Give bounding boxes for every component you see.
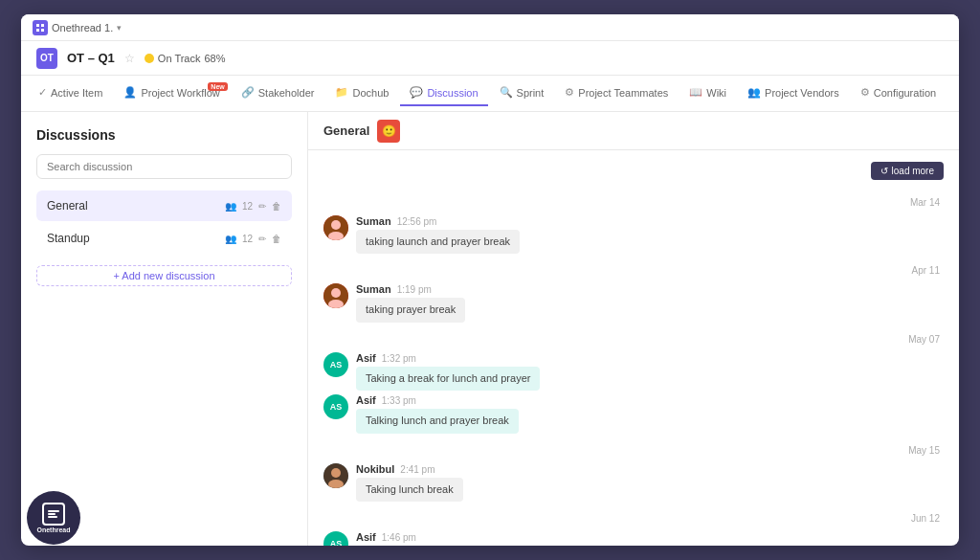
message-time: 2:41 pm: [400, 464, 434, 475]
svg-rect-2: [36, 29, 39, 32]
message-row: AS Asif 1:46 pm Taking lunch and prayer …: [323, 531, 944, 546]
message-author: Asif: [356, 352, 376, 364]
discussion-item-standup[interactable]: Standup 👥 12 ✏ 🗑: [36, 223, 292, 254]
date-separator-mar14: Mar 14: [323, 197, 944, 208]
message-author: Asif: [356, 394, 376, 406]
status-label: On Track: [158, 53, 201, 64]
tab-configuration[interactable]: ⚙ Configuration: [851, 80, 946, 106]
message-content: Asif 1:33 pm Talking lunch and prayer br…: [356, 394, 519, 433]
standup-member-icon: 👥: [225, 234, 236, 244]
svg-rect-0: [36, 24, 39, 27]
svg-rect-14: [48, 513, 56, 515]
message-row: Suman 1:19 pm taking prayer break: [323, 283, 944, 322]
message-time: 1:32 pm: [382, 353, 416, 364]
chat-channel-name: General: [323, 123, 369, 138]
chat-header: General 🙂: [308, 112, 959, 150]
message-content: Suman 1:19 pm taking prayer break: [356, 283, 465, 322]
tab-stakeholder[interactable]: 🔗 Stakeholder: [232, 80, 324, 106]
tab-stakeholder-label: Stakeholder: [258, 87, 315, 99]
message-header: Asif 1:33 pm: [356, 394, 519, 406]
workspace-name: Onethread 1.: [52, 22, 113, 34]
svg-point-8: [331, 288, 341, 298]
stakeholder-icon: 🔗: [241, 86, 255, 99]
svg-point-11: [331, 468, 341, 478]
message-header: Suman 1:19 pm: [356, 283, 465, 295]
message-time: 1:33 pm: [382, 395, 416, 406]
general-delete-icon[interactable]: 🗑: [272, 201, 281, 212]
new-badge: New: [208, 82, 227, 91]
message-row: AS Asif 1:32 pm Taking a break for lunch…: [323, 352, 944, 391]
svg-point-5: [331, 220, 341, 230]
standup-member-count: 12: [242, 234, 253, 244]
standup-delete-icon[interactable]: 🗑: [272, 234, 281, 244]
workspace-selector[interactable]: Onethread 1. ▾: [33, 20, 122, 35]
message-content: Nokibul 2:41 pm Taking lunch break: [356, 463, 463, 502]
tab-project-vendors[interactable]: 👥 Project Vendors: [738, 80, 849, 106]
message-bubble: taking prayer break: [356, 298, 465, 322]
svg-rect-13: [48, 510, 59, 512]
tab-wiki[interactable]: 📖 Wiki: [679, 80, 736, 106]
favorite-star-icon[interactable]: ☆: [124, 52, 135, 65]
tab-sprint[interactable]: 🔍 Sprint: [490, 80, 554, 106]
load-more-button[interactable]: ↺ load more: [871, 162, 944, 180]
message-time: 1:19 pm: [397, 284, 432, 295]
onethread-logo[interactable]: Onethread: [27, 491, 80, 545]
message-header: Nokibul 2:41 pm: [356, 463, 463, 475]
tab-discussion-label: Discussion: [427, 87, 478, 99]
discussion-icon: 💬: [410, 86, 423, 99]
project-badge: OT: [36, 48, 57, 69]
avatar: [323, 463, 348, 488]
general-edit-icon[interactable]: ✏: [258, 201, 266, 212]
date-separator-jun12: Jun 12: [323, 513, 944, 524]
sidebar-title: Discussions: [36, 127, 292, 143]
emoji-picker-button[interactable]: 🙂: [377, 120, 400, 143]
tab-teammates-label: Project Teammates: [578, 87, 668, 99]
tab-sprint-label: Sprint: [517, 87, 545, 99]
message-time: 1:46 pm: [382, 532, 416, 543]
app-window: Onethread 1. ▾ OT OT – Q1 ☆ On Track 68%…: [21, 14, 959, 546]
tab-vendors-label: Project Vendors: [765, 87, 839, 99]
tab-discussion[interactable]: 💬 Discussion: [400, 80, 487, 106]
logo-text: Onethread: [36, 526, 70, 533]
message-header: Asif 1:46 pm: [356, 531, 516, 543]
sprint-icon: 🔍: [500, 86, 513, 99]
status-dot: [145, 54, 154, 63]
message-row: Nokibul 2:41 pm Taking lunch break: [323, 463, 944, 502]
add-discussion-label: + Add new discussion: [113, 270, 214, 281]
add-discussion-button[interactable]: + Add new discussion: [36, 265, 292, 286]
project-title: OT – Q1: [67, 51, 115, 65]
message-bubble: Talking lunch and prayer break: [356, 409, 519, 433]
tab-wiki-label: Wiki: [706, 87, 726, 99]
progress-value: 68%: [204, 53, 225, 64]
tab-project-workflow[interactable]: 👤 Project Workflow New: [114, 80, 229, 106]
tab-active-item[interactable]: ✓ Active Item: [29, 80, 112, 106]
date-separator-may15: May 15: [323, 445, 944, 456]
avatar: [323, 283, 348, 308]
general-member-icon: 👥: [225, 201, 236, 212]
tab-config-label: Configuration: [874, 87, 936, 99]
message-author: Suman: [356, 215, 391, 227]
general-member-count: 12: [242, 201, 253, 212]
standup-edit-icon[interactable]: ✏: [258, 234, 266, 244]
svg-rect-3: [41, 29, 44, 32]
config-icon: ⚙: [860, 86, 870, 99]
tab-dochub[interactable]: 📁 Dochub: [325, 80, 398, 106]
date-separator-may07: May 07: [323, 334, 944, 345]
logo-icon: [42, 503, 65, 526]
tab-project-teammates[interactable]: ⚙ Project Teammates: [555, 80, 678, 106]
discussion-list: General 👥 12 ✏ 🗑 Standup 👥 12 ✏ 🗑: [36, 190, 292, 254]
search-input[interactable]: [36, 154, 292, 179]
discussion-item-general[interactable]: General 👥 12 ✏ 🗑: [36, 190, 292, 221]
workspace-logo: [33, 20, 48, 35]
discussion-meta-general: 👥 12 ✏ 🗑: [225, 201, 281, 212]
workspace-dropdown-icon[interactable]: ▾: [117, 23, 122, 33]
dochub-icon: 📁: [335, 86, 348, 99]
active-item-icon: ✓: [38, 86, 47, 99]
discussion-meta-standup: 👥 12 ✏ 🗑: [225, 234, 281, 244]
message-content: Asif 1:32 pm Taking a break for lunch an…: [356, 352, 540, 391]
chat-area: General 🙂 ↺ load more Mar 14: [308, 112, 959, 546]
message-header: Asif 1:32 pm: [356, 352, 540, 364]
message-content: Suman 12:56 pm taking launch and prayer …: [356, 215, 520, 254]
date-separator-apr11: Apr 11: [323, 265, 944, 276]
main-content: Discussions General 👥 12 ✏ 🗑 Standup 👥: [21, 112, 959, 546]
